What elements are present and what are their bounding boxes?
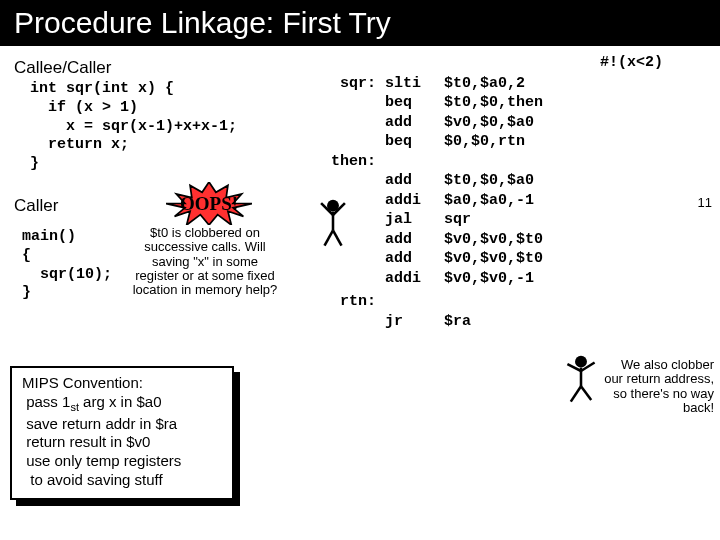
mips-line: pass 1st arg x in $a0 [22, 393, 222, 415]
panic-person-icon-2 [564, 354, 598, 405]
mips-line: return result in $v0 [22, 433, 222, 452]
mips-convention-box: MIPS Convention: pass 1st arg x in $a0 s… [10, 366, 234, 500]
svg-line-11 [571, 386, 581, 401]
main-c-code: main() { sqr(10); } [22, 228, 112, 303]
asm-comment-1: #!(x<2) [600, 54, 663, 71]
svg-point-7 [575, 356, 587, 368]
clobber-return-note: We also clobber our return address, so t… [602, 358, 714, 415]
svg-line-5 [325, 230, 334, 245]
svg-line-6 [333, 230, 342, 245]
clobber-note: $t0 is clobbered on successive calls. Wi… [130, 226, 280, 297]
mips-line: to avoid saving stuff [22, 471, 222, 490]
oops-callout: OOPS! [166, 182, 252, 226]
assembly-listing: sqr: slti $t0,$a0,2 beq $t0,$0,then add … [322, 54, 543, 351]
mips-line: use only temp registers [22, 452, 222, 471]
mips-line: save return addr in $ra [22, 415, 222, 434]
slide-number: 11 [698, 195, 712, 210]
mips-title: MIPS Convention: [22, 374, 222, 393]
svg-line-12 [581, 386, 591, 400]
slide-title: Procedure Linkage: First Try [0, 0, 720, 46]
panic-person-icon-1 [316, 198, 350, 249]
